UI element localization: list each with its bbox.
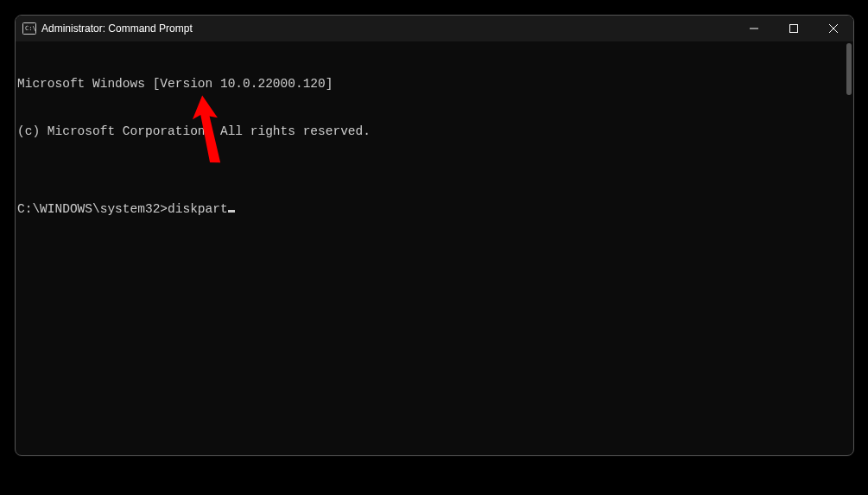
copyright-line: (c) Microsoft Corporation. All rights re…	[17, 124, 853, 139]
svg-text:C:\: C:\	[25, 25, 36, 32]
window-title: Administrator: Command Prompt	[41, 22, 734, 35]
typed-command: diskpart	[168, 201, 228, 217]
cursor	[228, 210, 235, 213]
minimize-button[interactable]	[734, 16, 774, 41]
maximize-button[interactable]	[774, 16, 814, 41]
svg-rect-3	[790, 25, 798, 33]
window-controls	[734, 16, 853, 41]
version-line: Microsoft Windows [Version 10.0.22000.12…	[17, 76, 853, 92]
prompt-path: C:\WINDOWS\system32>	[17, 201, 168, 217]
prompt-line: C:\WINDOWS\system32>diskpart	[17, 201, 853, 217]
titlebar[interactable]: C:\ Administrator: Command Prompt	[16, 16, 853, 41]
close-button[interactable]	[814, 16, 853, 41]
command-prompt-window: C:\ Administrator: Command Prompt Micros…	[15, 15, 854, 456]
terminal-content[interactable]: Microsoft Windows [Version 10.0.22000.12…	[16, 41, 853, 455]
cmd-icon: C:\	[22, 22, 36, 35]
scrollbar-thumb[interactable]	[846, 43, 852, 95]
